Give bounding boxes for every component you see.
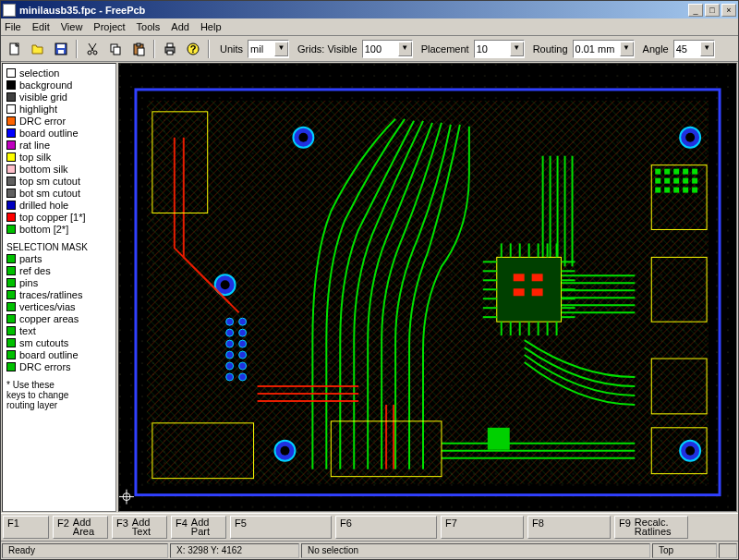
legend-item[interactable]: background [6, 79, 112, 91]
copy-button[interactable] [105, 39, 126, 59]
fnkey-key: F7 [445, 517, 457, 529]
legend-label: bottom silk [19, 164, 68, 175]
color-swatch [6, 68, 16, 78]
legend-item[interactable]: highlight [6, 103, 112, 115]
mask-label: copper areas [19, 313, 79, 324]
fnkey-f4[interactable]: F4Add Part [171, 516, 226, 539]
legend-item[interactable]: rat line [6, 139, 112, 151]
menu-edit[interactable]: Edit [32, 21, 50, 32]
svg-rect-71 [655, 169, 660, 175]
legend-item[interactable]: visible grid [6, 91, 112, 103]
print-button[interactable] [160, 39, 180, 59]
angle-input[interactable] [674, 42, 700, 56]
chevron-down-icon[interactable]: ▼ [620, 42, 634, 56]
color-swatch [6, 266, 16, 275]
color-swatch [6, 92, 16, 102]
paste-button[interactable] [128, 39, 149, 59]
mask-item[interactable]: parts [6, 252, 112, 264]
fnkey-f5[interactable]: F5 [230, 516, 332, 539]
color-swatch [6, 225, 16, 234]
legend-label: highlight [19, 103, 57, 115]
menu-help[interactable]: Help [200, 21, 222, 32]
menu-tools[interactable]: Tools [137, 21, 161, 32]
legend-item[interactable]: drilled hole [6, 199, 112, 211]
angle-combo[interactable]: ▼ [673, 40, 715, 58]
mask-label: board outline [19, 349, 79, 360]
legend-item[interactable]: selection [6, 67, 112, 79]
legend-item[interactable]: top copper [1*] [6, 211, 112, 223]
mask-item[interactable]: copper areas [6, 312, 112, 324]
svg-rect-10 [138, 48, 144, 55]
mask-item[interactable]: board outline [6, 348, 112, 360]
mask-item[interactable]: DRC errors [6, 360, 112, 372]
mask-label: ref des [19, 265, 51, 276]
mask-item[interactable]: ref des [6, 264, 112, 276]
angle-label: Angle [643, 43, 669, 55]
save-button[interactable] [51, 39, 71, 59]
minimize-button[interactable]: _ [688, 4, 703, 17]
mask-label: pins [19, 277, 38, 288]
placement-grid-input[interactable] [475, 42, 510, 56]
legend-item[interactable]: bottom [2*] [6, 223, 112, 235]
fnkey-f9[interactable]: F9Recalc. Ratlines [614, 516, 688, 539]
visible-grid-input[interactable] [363, 42, 398, 56]
legend-item[interactable]: top silk [6, 151, 112, 163]
mask-item[interactable]: pins [6, 276, 112, 288]
mask-label: text [19, 325, 36, 336]
svg-point-25 [298, 133, 308, 142]
chevron-down-icon[interactable]: ▼ [398, 42, 412, 56]
placement-grid-combo[interactable]: ▼ [474, 40, 525, 58]
pcb-design-view[interactable] [119, 64, 736, 512]
fnkey-f6[interactable]: F6 [335, 516, 437, 539]
legend-item[interactable]: DRC error [6, 115, 112, 127]
legend-item[interactable]: board outline [6, 127, 112, 139]
close-button[interactable]: × [721, 4, 736, 17]
routing-grid-input[interactable] [574, 42, 620, 56]
statusbar: Ready X: 3298 Y: 4162 No selection Top [1, 541, 738, 559]
fnkey-f2[interactable]: F2Add Area [53, 516, 108, 539]
status-coords: X: 3298 Y: 4162 [170, 543, 299, 558]
pcb-canvas[interactable] [118, 63, 737, 512]
menu-add[interactable]: Add [171, 21, 189, 32]
chevron-down-icon[interactable]: ▼ [700, 42, 714, 56]
fnkey-key: F4 [176, 517, 188, 529]
color-swatch [6, 164, 16, 174]
svg-point-29 [221, 280, 230, 289]
legend-label: top copper [1*] [19, 212, 86, 223]
fnkey-f3[interactable]: F3Add Text [112, 516, 167, 539]
cut-button[interactable] [82, 39, 103, 59]
svg-rect-78 [673, 178, 679, 184]
mask-item[interactable]: sm cutouts [6, 336, 112, 348]
svg-point-5 [93, 51, 97, 55]
menu-file[interactable]: File [5, 21, 21, 32]
menu-project[interactable]: Project [93, 21, 125, 32]
mask-item[interactable]: traces/ratlines [6, 288, 112, 300]
chevron-down-icon[interactable]: ▼ [510, 42, 524, 56]
status-extra [719, 543, 737, 558]
units-combo[interactable]: ▼ [248, 40, 289, 58]
fnkey-f1[interactable]: F1 [3, 516, 49, 539]
mask-item[interactable]: vertices/vias [6, 300, 112, 312]
legend-item[interactable]: bottom silk [6, 163, 112, 175]
svg-rect-83 [673, 188, 679, 193]
menu-view[interactable]: View [61, 21, 83, 32]
units-input[interactable] [248, 42, 274, 56]
color-swatch [6, 116, 16, 126]
svg-rect-77 [664, 178, 670, 184]
chevron-down-icon[interactable]: ▼ [274, 42, 288, 56]
routing-grid-combo[interactable]: ▼ [573, 40, 635, 58]
legend-item[interactable]: bot sm cutout [6, 187, 112, 199]
grids-label: Grids: Visible [297, 43, 357, 55]
legend-label: background [19, 79, 73, 91]
fnkey-f8[interactable]: F8 [527, 516, 611, 539]
svg-point-98 [239, 340, 247, 347]
maximize-button[interactable]: □ [705, 4, 720, 17]
new-button[interactable] [5, 39, 25, 59]
open-button[interactable] [28, 39, 48, 59]
legend-item[interactable]: top sm cutout [6, 175, 112, 187]
fnkey-f7[interactable]: F7 [441, 516, 524, 539]
help-button[interactable]: ? [183, 39, 203, 59]
visible-grid-combo[interactable]: ▼ [362, 40, 413, 58]
svg-rect-75 [692, 169, 697, 175]
mask-item[interactable]: text [6, 324, 112, 336]
